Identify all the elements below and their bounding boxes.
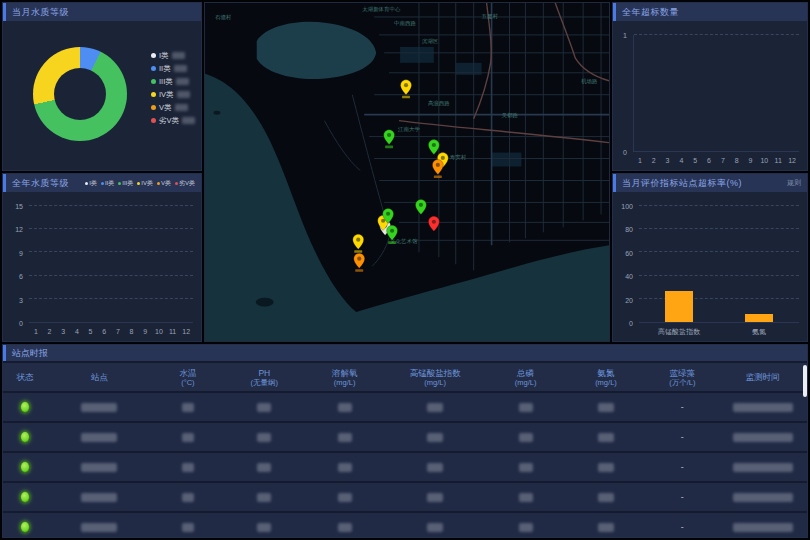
- map-place-label: 机场路: [581, 78, 598, 85]
- x-tick-label: 10: [152, 325, 166, 337]
- table-cell: -: [646, 462, 718, 472]
- x-tick-label: 2: [43, 325, 57, 337]
- redacted-value: [733, 403, 793, 412]
- redacted-value: [338, 433, 352, 442]
- redacted-value: [427, 433, 443, 442]
- x-tick-label: 6: [97, 325, 111, 337]
- table-cell: [152, 463, 224, 472]
- redacted-value: [257, 463, 271, 472]
- column-unit: (°C): [181, 378, 194, 387]
- table-cell: [304, 433, 384, 442]
- table-cell: [224, 433, 304, 442]
- legend-dot: [151, 92, 156, 97]
- y-tick-label: 9: [19, 250, 23, 257]
- y-axis: 01: [612, 35, 629, 152]
- rules-link[interactable]: 规则: [787, 178, 801, 188]
- gridline: [639, 298, 799, 299]
- gridline: [639, 275, 799, 276]
- table-cell: [719, 523, 807, 532]
- table-cell: [385, 433, 486, 442]
- redacted-value: [598, 403, 614, 412]
- table-cell: [304, 523, 384, 532]
- city-map[interactable]: 石塘村太湖新体育中心中南西路滨湖区五星村机场路高浪西路江南大学吴都路寿安村文化艺…: [205, 3, 609, 341]
- legend-label: V类: [161, 179, 171, 188]
- column-unit: (万个/L): [669, 378, 695, 387]
- legend-dot: [151, 66, 156, 71]
- table-row[interactable]: -: [3, 453, 807, 481]
- redacted-value: [338, 523, 352, 532]
- y-axis: 020406080100: [615, 206, 635, 323]
- legend-item: III类: [118, 179, 133, 188]
- x-tick-label: 5: [84, 325, 98, 337]
- algae-value: -: [681, 402, 684, 412]
- column-header: 水温(°C): [152, 368, 224, 387]
- algae-value: -: [681, 432, 684, 442]
- map-place-label: 中南西路: [394, 20, 416, 27]
- table-cell: [719, 403, 807, 412]
- legend-dot: [85, 182, 88, 185]
- legend-item: 劣V类: [175, 179, 195, 188]
- map-place-label: 滨湖区: [422, 38, 439, 45]
- table-cell: [719, 433, 807, 442]
- redacted-value: [598, 523, 614, 532]
- panel-title: 全年水质等级: [12, 177, 69, 190]
- table-cell: [719, 493, 807, 502]
- table-cell: [47, 403, 152, 412]
- table-cell: [3, 401, 47, 413]
- map-place-label: 高浪西路: [428, 100, 450, 107]
- x-tick-label: 5: [688, 154, 702, 166]
- redacted-value: [427, 463, 443, 472]
- table-row[interactable]: -: [3, 483, 807, 511]
- x-tick-label: 3: [56, 325, 70, 337]
- legend-label: 劣V类: [179, 179, 195, 188]
- redacted-value: [257, 403, 271, 412]
- x-axis: 123456789101112: [633, 154, 799, 166]
- bar[interactable]: [745, 314, 773, 322]
- y-tick-label: 0: [629, 320, 633, 327]
- bar[interactable]: [665, 291, 693, 322]
- column-unit: (mg/L): [595, 378, 617, 387]
- x-tick-label: 1: [29, 325, 43, 337]
- redacted-value: [519, 433, 533, 442]
- column-unit: (mg/L): [334, 378, 356, 387]
- column-unit: (无量纲): [251, 378, 279, 387]
- gridline: [639, 251, 799, 252]
- column-header: 高锰酸盐指数(mg/L): [385, 368, 486, 387]
- table-cell: [385, 403, 486, 412]
- legend-label: II类: [159, 64, 171, 74]
- redacted-value: [257, 523, 271, 532]
- table-cell: [3, 461, 47, 473]
- legend-dot: [151, 118, 156, 123]
- x-tick-label: 4: [70, 325, 84, 337]
- y-tick-label: 12: [15, 226, 23, 233]
- table-cell: [304, 493, 384, 502]
- redacted-value: [427, 523, 443, 532]
- gridline: [29, 275, 193, 276]
- algae-value: -: [681, 492, 684, 502]
- table-cell: [485, 433, 565, 442]
- redacted-value: [257, 493, 271, 502]
- legend-item: II类: [101, 179, 114, 188]
- column-header: 溶解氧(mg/L): [304, 368, 384, 387]
- legend-value-redacted: [172, 52, 185, 59]
- x-tick-label: 6: [702, 154, 716, 166]
- table-row[interactable]: -: [3, 423, 807, 451]
- map-panel[interactable]: 石塘村太湖新体育中心中南西路滨湖区五星村机场路高浪西路江南大学吴都路寿安村文化艺…: [204, 2, 610, 342]
- plot-area: [29, 206, 193, 323]
- x-tick-label: 8: [125, 325, 139, 337]
- x-tick-label: 2: [647, 154, 661, 166]
- x-axis: 高锰酸盐指数氨氮: [639, 325, 799, 337]
- legend-dot: [151, 79, 156, 84]
- station-report-table: 站点时报 状态站点水温(°C)PH(无量纲)溶解氧(mg/L)高锰酸盐指数(mg…: [2, 344, 808, 538]
- column-label: 氨氮: [597, 368, 614, 378]
- plot-area: [633, 35, 799, 152]
- redacted-value: [338, 403, 352, 412]
- redacted-value: [733, 463, 793, 472]
- table-cell: [566, 523, 646, 532]
- table-row[interactable]: -: [3, 513, 807, 537]
- table-scrollbar-thumb[interactable]: [803, 365, 807, 397]
- table-row[interactable]: -: [3, 393, 807, 421]
- redacted-value: [182, 463, 194, 472]
- algae-value: -: [681, 462, 684, 472]
- x-axis: 123456789101112: [29, 325, 193, 337]
